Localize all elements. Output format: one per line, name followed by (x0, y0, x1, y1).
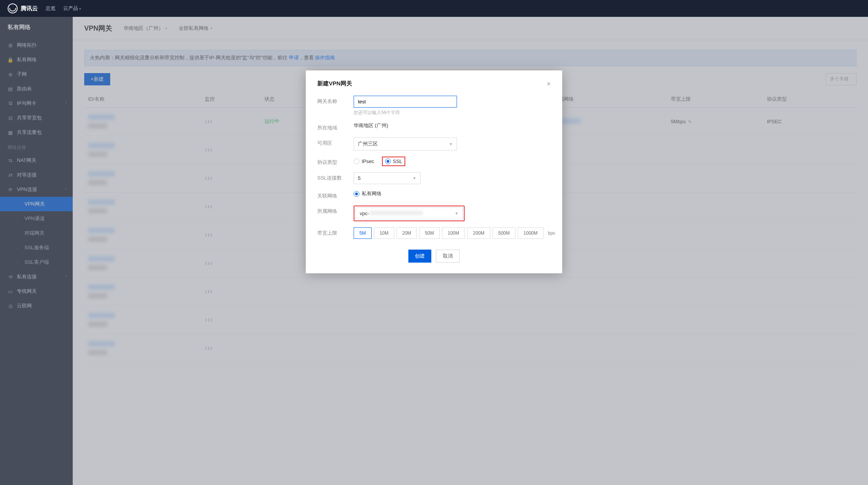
create-button[interactable]: 创建 (408, 250, 431, 263)
name-hint: 您还可以输入56个字符 (354, 109, 551, 116)
brand-logo[interactable]: 腾讯云 (8, 3, 38, 13)
dialog-title: 新建VPN网关 (317, 80, 352, 87)
label-zone: 可用区 (317, 137, 354, 147)
vpc-select[interactable]: vpc- ▼ (356, 207, 463, 219)
zone-select[interactable]: 广州三区 ▼ (354, 137, 457, 150)
bandwidth-option[interactable]: 500M (493, 227, 516, 239)
bandwidth-unit: bps (548, 230, 555, 236)
label-vpc: 所属网络 (317, 206, 354, 215)
label-assoc-network: 关联网络 (317, 190, 354, 199)
label-region: 所在地域 (317, 122, 354, 131)
radio-off-icon (354, 158, 359, 164)
gateway-name-input[interactable] (354, 96, 457, 108)
chevron-down-icon: ▼ (455, 211, 458, 216)
top-nav: 腾讯云 总览 云产品 (0, 0, 868, 17)
chevron-down-icon: ▼ (413, 176, 416, 180)
radio-on-icon (354, 191, 359, 197)
highlight-vpc: vpc- ▼ (354, 206, 465, 221)
bandwidth-option[interactable]: 10M (374, 227, 394, 239)
cancel-button[interactable]: 取消 (436, 250, 460, 263)
label-bandwidth: 带宽上限 (317, 227, 354, 237)
radio-on-icon (385, 158, 391, 164)
highlight-protocol: SSL (382, 157, 406, 166)
modal-overlay: 新建VPN网关 × 网关名称 您还可以输入56个字符 所在地域 华南地区 (广州… (0, 17, 868, 485)
bandwidth-option[interactable]: 5M (354, 227, 372, 239)
bandwidth-option[interactable]: 20M (396, 227, 417, 239)
bandwidth-option[interactable]: 100M (442, 227, 465, 239)
bandwidth-option[interactable]: 50M (419, 227, 439, 239)
bandwidth-option[interactable]: 1000M (518, 227, 543, 239)
ssl-connections-select[interactable]: 5 ▼ (354, 172, 421, 184)
nav-products[interactable]: 云产品 (63, 5, 81, 12)
region-value: 华南地区 (广州) (354, 122, 551, 129)
cloud-logo-icon (8, 3, 18, 13)
nav-overview[interactable]: 总览 (46, 5, 55, 12)
close-icon[interactable]: × (547, 80, 551, 87)
label-ssl-connections: SSL连接数 (317, 172, 354, 181)
bandwidth-option[interactable]: 200M (467, 227, 490, 239)
assoc-network-vpc-radio[interactable]: 私有网络 (354, 190, 551, 197)
protocol-ssl-radio[interactable]: SSL (385, 158, 403, 164)
create-vpn-dialog: 新建VPN网关 × 网关名称 您还可以输入56个字符 所在地域 华南地区 (广州… (306, 70, 562, 273)
chevron-down-icon: ▼ (449, 142, 453, 146)
vpc-value-redacted (369, 211, 423, 215)
protocol-ipsec-radio[interactable]: IPsec (354, 158, 374, 164)
label-gateway-name: 网关名称 (317, 96, 354, 105)
label-protocol: 协议类型 (317, 157, 354, 166)
brand-name: 腾讯云 (21, 5, 38, 12)
